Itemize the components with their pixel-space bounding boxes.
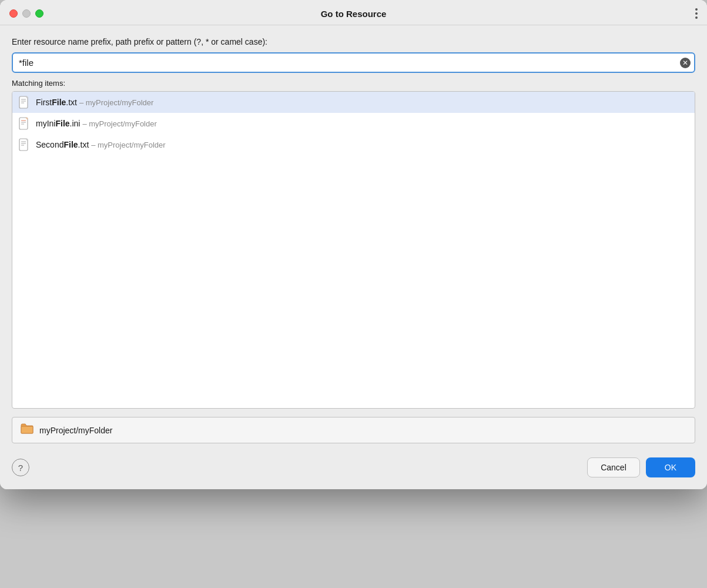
dialog-buttons: ? Cancel OK (0, 452, 707, 489)
result-item-name: SecondFile.txt – myProject/myFolder (36, 140, 689, 149)
result-name-prefix: myIni (36, 119, 55, 128)
result-item-path: – myProject/myFolder (91, 141, 165, 149)
search-row: ✕ (12, 52, 695, 73)
result-item-path: – myProject/myFolder (82, 119, 156, 128)
result-name-suffix: .txt (78, 140, 89, 149)
list-item[interactable]: SecondFile.txt – myProject/myFolder (12, 134, 695, 155)
vertical-dots-icon (695, 8, 698, 19)
footer-path-bar: myProject/myFolder (12, 417, 695, 443)
list-item[interactable]: myIniFile.ini – myProject/myFolder (12, 113, 695, 134)
footer-path-label: myProject/myFolder (39, 426, 112, 435)
search-input-wrapper: ✕ (12, 52, 695, 73)
result-item-name: FirstFile.txt – myProject/myFolder (36, 98, 689, 107)
result-item-name: myIniFile.ini – myProject/myFolder (36, 119, 689, 128)
result-name-prefix: Second (36, 140, 63, 149)
action-buttons: Cancel OK (587, 457, 695, 477)
folder-icon (21, 423, 33, 437)
results-list: FirstFile.txt – myProject/myFolder (12, 91, 695, 409)
svg-rect-8 (19, 139, 28, 151)
result-name-bold: File (55, 119, 69, 128)
svg-rect-12 (21, 426, 33, 433)
txt-file-icon (18, 138, 31, 151)
clear-button[interactable]: ✕ (680, 58, 691, 68)
cancel-button[interactable]: Cancel (587, 457, 640, 477)
search-input[interactable] (12, 52, 695, 73)
list-item[interactable]: FirstFile.txt – myProject/myFolder (12, 92, 695, 113)
ini-file-icon (18, 117, 31, 130)
maximize-button[interactable] (35, 9, 43, 18)
matching-label: Matching items: (12, 79, 695, 88)
result-item-path: – myProject/myFolder (79, 98, 153, 107)
titlebar: Go to Resource (0, 0, 707, 25)
menu-dots-button[interactable] (695, 8, 698, 19)
result-name-suffix: .txt (66, 98, 77, 107)
svg-rect-4 (19, 118, 28, 129)
clear-icon: ✕ (682, 59, 688, 66)
instruction-label: Enter resource name prefix, path prefix … (12, 37, 695, 46)
dialog-body: Enter resource name prefix, path prefix … (0, 25, 707, 409)
svg-rect-0 (19, 96, 28, 108)
help-icon: ? (18, 463, 23, 473)
result-name-prefix: First (36, 98, 52, 107)
dialog-title: Go to Resource (321, 9, 387, 19)
result-name-bold: File (63, 140, 78, 149)
ok-button[interactable]: OK (646, 457, 695, 477)
go-to-resource-dialog: Go to Resource Enter resource name prefi… (0, 0, 707, 489)
help-button[interactable]: ? (12, 459, 29, 476)
txt-file-icon (18, 96, 31, 109)
result-name-bold: File (52, 98, 66, 107)
close-button[interactable] (9, 9, 18, 18)
minimize-button[interactable] (22, 9, 31, 18)
traffic-lights (9, 9, 43, 18)
result-name-suffix: .ini (70, 119, 81, 128)
